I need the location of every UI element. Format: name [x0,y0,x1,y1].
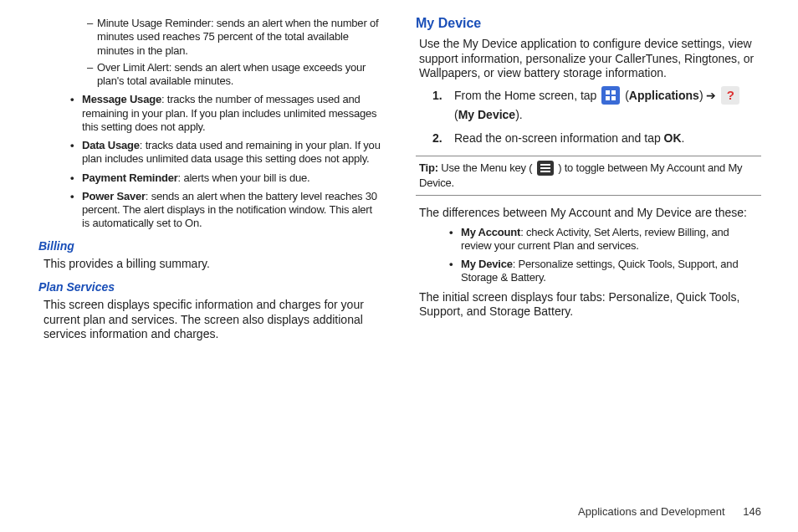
bullet-item: • Data Usage: tracks data used and remai… [70,139,382,166]
left-column: – Minute Usage Reminder: sends an alert … [37,15,382,347]
dash-text: Over Limit Alert: sends an alert when us… [97,61,382,89]
bullet-label: My Device [461,258,513,270]
bullet-item: • My Device: Personalize settings, Quick… [449,258,761,285]
step-1: 1. From the Home screen, tap (Applicatio… [432,86,761,124]
my-device-label: My Device [458,108,515,121]
heading-my-device: My Device [416,15,761,32]
bullet-marker: • [70,190,82,231]
arrow: ➔ [703,89,720,102]
bullet-item: • Message Usage: tracks the number of me… [70,93,382,134]
bullet-marker: • [449,258,461,285]
bullet-text: Message Usage: tracks the number of mess… [82,93,382,134]
bullet-text: My Account: check Activity, Set Alerts, … [461,226,761,253]
bullet-text: Data Usage: tracks data used and remaini… [82,139,382,166]
page-footer: Applications and Development 146 [578,505,761,519]
bullet-body: : alerts when your bill is due. [178,171,310,184]
svg-rect-5 [540,167,550,169]
bullet-marker: • [70,93,82,134]
manual-page: – Minute Usage Reminder: sends an alert … [0,0,798,532]
bullet-text: Payment Reminder: alerts when your bill … [82,171,309,185]
plan-services-paragraph: This screen displays specific informatio… [43,298,382,342]
ok-label: OK [664,131,682,145]
subheading-plan-services: Plan Services [38,280,382,295]
bullet-label: Data Usage [82,139,140,151]
step1-text-a: From the Home screen, tap [454,89,600,102]
right-column: My Device Use the My Device application … [416,15,761,347]
bullet-marker: • [70,171,82,185]
differences-intro: The differences between My Account and M… [419,206,761,221]
bullet-text: My Device: Personalize settings, Quick T… [461,258,761,285]
svg-rect-2 [606,96,610,100]
columns: – Minute Usage Reminder: sends an alert … [37,15,761,347]
applications-label: Applications [629,89,699,102]
my-device-intro: Use the My Device application to configu… [419,37,761,81]
page-number: 146 [743,505,761,518]
svg-rect-4 [540,164,550,166]
tip-box: Tip: Use the Menu key ( ) to toggle betw… [416,156,761,196]
bullet-label: Message Usage [82,93,161,105]
closing-paragraph: The initial screen displays four tabs: P… [419,290,761,320]
bullet-label: Power Saver [82,190,146,202]
help-icon: ? [721,86,739,105]
step-number: 1. [432,86,454,124]
step-number: 2. [432,129,454,147]
bullet-label: My Account [461,226,520,238]
menu-key-icon [537,161,554,176]
svg-rect-0 [606,90,610,95]
bullet-item: • Payment Reminder: alerts when your bil… [70,171,382,185]
bullet-text: Power Saver: sends an alert when the bat… [82,190,382,231]
svg-rect-6 [540,171,550,172]
subheading-billing: Billing [38,239,382,254]
dash-text: Minute Usage Reminder: sends an alert wh… [97,17,382,58]
dash-marker: – [87,61,97,89]
billing-paragraph: This provides a billing summary. [43,257,382,272]
applications-icon [601,86,620,105]
step-content: Read the on-screen information and tap O… [454,129,761,147]
chapter-title: Applications and Development [578,505,725,518]
step-2: 2. Read the on-screen information and ta… [432,129,761,147]
tip-label: Tip: [419,161,438,174]
svg-rect-3 [611,96,616,100]
bullet-marker: • [449,226,461,253]
dash-marker: – [87,17,97,58]
dash-item: – Minute Usage Reminder: sends an alert … [87,17,382,58]
bullet-marker: • [70,139,82,166]
step-content: From the Home screen, tap (Applications)… [454,86,761,124]
bullet-item: • My Account: check Activity, Set Alerts… [449,226,761,253]
step2-text-a: Read the on-screen information and tap [454,131,664,145]
bullet-item: • Power Saver: sends an alert when the b… [70,190,382,231]
svg-rect-1 [611,90,616,95]
tip-text-a: Use the Menu key ( [438,161,535,174]
bullet-label: Payment Reminder [82,171,178,184]
dash-item: – Over Limit Alert: sends an alert when … [87,61,382,89]
